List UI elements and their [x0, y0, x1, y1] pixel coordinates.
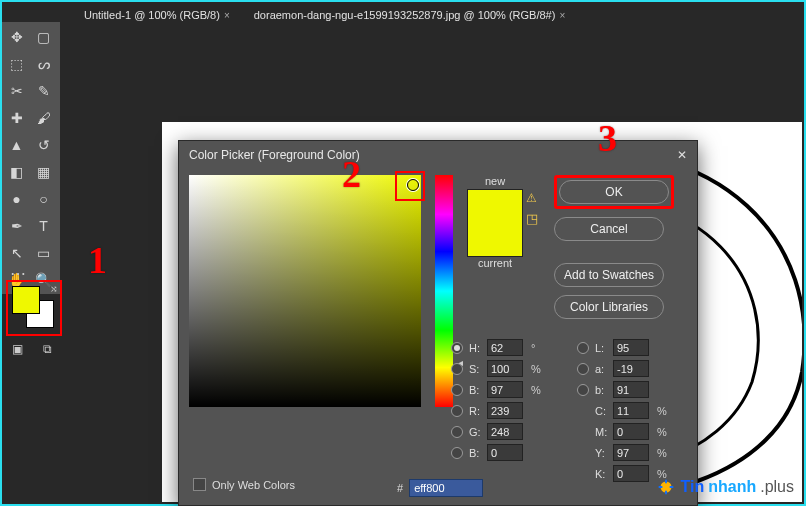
close-icon[interactable]: ✕ — [673, 146, 691, 164]
input-blue[interactable] — [487, 444, 523, 461]
blur-tool-icon[interactable]: ● — [4, 186, 29, 211]
annotation-box-2 — [395, 171, 425, 201]
eraser-tool-icon[interactable]: ◧ — [4, 159, 29, 184]
new-color-label: new — [485, 175, 505, 187]
more-tools-icon[interactable]: ⋯ — [6, 264, 56, 278]
label-b: B: — [469, 384, 483, 396]
swap-colors-icon[interactable]: ⤭ — [50, 284, 58, 294]
shape-tool-icon[interactable]: ▭ — [31, 240, 56, 265]
gradient-tool-icon[interactable]: ▦ — [31, 159, 56, 184]
quickmask-icon[interactable]: ▣ — [6, 340, 28, 358]
new-color-swatch — [468, 190, 522, 223]
unit-s: % — [531, 363, 545, 375]
crop-tool-icon[interactable]: ✂ — [4, 78, 29, 103]
saturation-value-field[interactable] — [189, 175, 421, 407]
label-a: a: — [595, 363, 609, 375]
label-g: G: — [469, 426, 483, 438]
unit-b: % — [531, 384, 545, 396]
input-c[interactable] — [613, 402, 649, 419]
label-c: C: — [595, 405, 609, 417]
label-lab-b: b: — [595, 384, 609, 396]
radio-a[interactable] — [577, 363, 589, 375]
color-preview — [467, 189, 523, 257]
gamut-warning-icon[interactable]: ⚠ — [526, 191, 540, 203]
move-tool-icon[interactable]: ✥ — [4, 24, 29, 49]
label-h: H: — [469, 342, 483, 354]
screenmode-icon[interactable]: ⧉ — [36, 340, 58, 358]
current-color-swatch[interactable] — [468, 223, 522, 256]
hex-input[interactable] — [409, 479, 483, 497]
color-value-fields: H:° L: S:% a: B:% b: R: C:% G: M:% B: Y:… — [451, 339, 671, 482]
unit-y: % — [657, 447, 671, 459]
label-k: K: — [595, 468, 609, 480]
tools-panel: ✥ ▢ ⬚ ᔕ ✂ ✎ ✚ 🖌 ▲ ↺ ◧ ▦ ● ○ ✒ T ↖ ▭ ✋ 🔍 — [2, 22, 60, 294]
artboard-tool-icon[interactable]: ▢ — [31, 24, 56, 49]
unit-h: ° — [531, 342, 545, 354]
tab-active-document[interactable]: doraemon-dang-ngu-e1599193252879.jpg @ 1… — [248, 5, 572, 25]
tab-label: doraemon-dang-ngu-e1599193252879.jpg @ 1… — [254, 9, 556, 21]
marquee-tool-icon[interactable]: ⬚ — [4, 51, 29, 76]
hex-label: # — [397, 482, 403, 494]
watermark-logo-icon — [655, 476, 677, 498]
close-icon[interactable]: × — [555, 10, 565, 21]
dialog-titlebar[interactable]: Color Picker (Foreground Color) ✕ — [179, 141, 697, 169]
lasso-tool-icon[interactable]: ᔕ — [31, 51, 56, 76]
foreground-background-swatches[interactable]: ⤭ — [8, 282, 60, 334]
input-lab-b[interactable] — [613, 381, 649, 398]
watermark-part1: Tin — [681, 478, 705, 496]
foreground-color-swatch[interactable] — [12, 286, 40, 314]
tab-untitled[interactable]: Untitled-1 @ 100% (RGB/8)× — [78, 5, 236, 25]
watermark-part3: .plus — [760, 478, 794, 496]
annotation-box-1: ⤭ — [6, 280, 62, 336]
add-to-swatches-button[interactable]: Add to Swatches — [554, 263, 664, 287]
pen-tool-icon[interactable]: ✒ — [4, 213, 29, 238]
document-tabs: Untitled-1 @ 100% (RGB/8)× doraemon-dang… — [64, 2, 571, 24]
checkbox-icon[interactable] — [193, 478, 206, 491]
tab-label: Untitled-1 @ 100% (RGB/8) — [84, 9, 220, 21]
brush-tool-icon[interactable]: 🖌 — [31, 105, 56, 130]
input-l[interactable] — [613, 339, 649, 356]
radio-lab-b[interactable] — [577, 384, 589, 396]
watermark: Tinnhanh.plus — [655, 476, 795, 498]
input-s[interactable] — [487, 360, 523, 377]
input-brightness[interactable] — [487, 381, 523, 398]
path-select-tool-icon[interactable]: ↖ — [4, 240, 29, 265]
dodge-tool-icon[interactable]: ○ — [31, 186, 56, 211]
history-brush-tool-icon[interactable]: ↺ — [31, 132, 56, 157]
label-m: M: — [595, 426, 609, 438]
input-m[interactable] — [613, 423, 649, 440]
radio-l[interactable] — [577, 342, 589, 354]
input-g[interactable] — [487, 423, 523, 440]
only-web-colors-option[interactable]: Only Web Colors — [193, 478, 295, 491]
clone-tool-icon[interactable]: ▲ — [4, 132, 29, 157]
radio-r[interactable] — [451, 405, 463, 417]
websafe-warning-icon[interactable]: ◳ — [526, 211, 540, 225]
radio-h[interactable] — [451, 342, 463, 354]
eyedropper-tool-icon[interactable]: ✎ — [31, 78, 56, 103]
unit-m: % — [657, 426, 671, 438]
radio-g[interactable] — [451, 426, 463, 438]
input-h[interactable] — [487, 339, 523, 356]
input-k[interactable] — [613, 465, 649, 482]
current-color-label: current — [478, 257, 512, 269]
only-web-label: Only Web Colors — [212, 479, 295, 491]
input-y[interactable] — [613, 444, 649, 461]
input-a[interactable] — [613, 360, 649, 377]
screen-mode-icons: ▣ ⧉ — [6, 340, 58, 358]
cancel-button[interactable]: Cancel — [554, 217, 664, 241]
ok-button[interactable]: OK — [559, 180, 669, 204]
app-frame: Untitled-1 @ 100% (RGB/8)× doraemon-dang… — [0, 0, 806, 506]
radio-s[interactable] — [451, 363, 463, 375]
radio-bch[interactable] — [451, 447, 463, 459]
close-icon[interactable]: × — [220, 10, 230, 21]
color-libraries-button[interactable]: Color Libraries — [554, 295, 664, 319]
label-s: S: — [469, 363, 483, 375]
input-r[interactable] — [487, 402, 523, 419]
watermark-part2: nhanh — [708, 478, 756, 496]
annotation-number-1: 1 — [88, 238, 107, 282]
label-l: L: — [595, 342, 609, 354]
heal-tool-icon[interactable]: ✚ — [4, 105, 29, 130]
type-tool-icon[interactable]: T — [31, 213, 56, 238]
color-picker-dialog: Color Picker (Foreground Color) ✕ ◂ new … — [178, 140, 698, 506]
radio-b[interactable] — [451, 384, 463, 396]
